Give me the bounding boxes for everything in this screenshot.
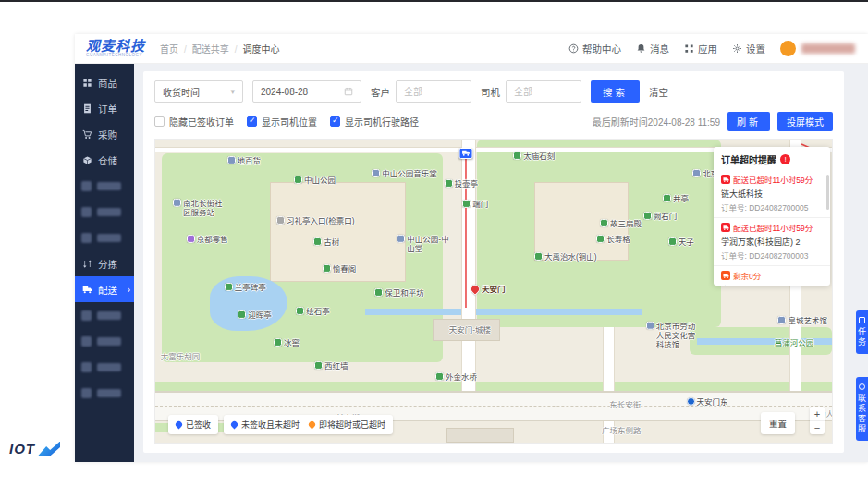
sidebar-item-3[interactable]: 仓储	[75, 147, 134, 173]
breadcrumb-delivery-share[interactable]: 配送共享	[178, 42, 229, 55]
checkbox-icon[interactable]	[154, 116, 165, 127]
app-header: 观麦科技 GUANMAITECHNOLOGY 首页 配送共享 调度中心 帮助中心…	[75, 34, 868, 64]
redacted-icon	[81, 233, 92, 243]
order-item[interactable]: 剩余0分学润万家(科技园店) 2	[714, 265, 830, 286]
order-status: 配送已超时11小时59分	[733, 174, 813, 185]
delivery-alert-icon	[721, 175, 730, 184]
calendar-icon	[344, 87, 353, 96]
red-marker-icon[interactable]	[469, 283, 482, 296]
clear-button[interactable]: 清空	[649, 85, 668, 99]
sidebar-item-redacted[interactable]	[75, 380, 134, 406]
building-poi-icon	[397, 235, 405, 243]
map-canvas[interactable]: 订单超时提醒 配送已超时11小时59分链大纸科技订单号: DD240827000…	[154, 139, 833, 444]
order-status: 剩余0分	[733, 270, 761, 281]
brand-subtitle: GUANMAITECHNOLOGY	[86, 54, 145, 58]
sidebar-item-redacted[interactable]	[75, 199, 134, 225]
driver-input[interactable]	[514, 87, 573, 97]
date-input[interactable]	[261, 87, 320, 97]
map-label-scenic: 故三扇殿	[600, 219, 642, 228]
side-tab-support-label: 联系客服	[856, 394, 868, 434]
customer-label: 客户	[371, 85, 390, 99]
side-tab-tasks[interactable]: 任务	[856, 310, 868, 354]
iot-logo-text: IOT	[9, 441, 35, 456]
checkbox-icon[interactable]	[247, 116, 257, 127]
map-label-park: 菖蒲河公园	[775, 338, 814, 347]
order-customer: 学润万家(科技园店) 2	[721, 236, 823, 248]
map-label-scenic: 绘石亭	[296, 307, 330, 316]
order-panel-header: 订单超时提醒	[714, 147, 830, 170]
reset-view-button[interactable]: 重置	[761, 412, 795, 434]
sidebar-item-0[interactable]: 商品	[75, 69, 134, 95]
scenic-poi-icon	[668, 237, 677, 245]
redacted-label	[97, 311, 121, 320]
redacted-icon	[81, 181, 92, 191]
brand-logo[interactable]: 观麦科技 GUANMAITECHNOLOGY	[86, 39, 145, 58]
grid-icon	[81, 77, 92, 88]
zoom-out-button[interactable]: −	[810, 420, 825, 434]
sidebar-item-redacted[interactable]	[75, 302, 134, 328]
map-label-scenic: 外金水桥	[435, 372, 477, 382]
sidebar-item-redacted[interactable]	[75, 328, 134, 354]
delivery-alert-icon	[721, 271, 730, 280]
nav-apps-button[interactable]: 应用	[684, 42, 717, 55]
checkbox-0[interactable]: 隐藏已签收订单	[154, 115, 234, 128]
sidebar-item-2[interactable]: 采购	[75, 121, 134, 147]
sidebar-item-redacted[interactable]	[75, 173, 134, 199]
map-label-scenic: 迎晖亭	[238, 310, 272, 320]
scrollbar-thumb[interactable]	[826, 175, 829, 210]
nav-help-button[interactable]: 帮助中心	[568, 42, 621, 55]
redacted-label	[97, 363, 121, 371]
building-poi-icon	[227, 156, 236, 164]
tasks-icon	[859, 317, 865, 323]
checkbox-icon[interactable]	[330, 116, 340, 127]
map-label-metro: 天安门东	[687, 397, 728, 407]
nav-gear-button[interactable]: 设置	[732, 42, 765, 55]
sidebar-item-redacted[interactable]	[75, 354, 134, 380]
scenic-poi-icon	[274, 338, 282, 347]
driver-field[interactable]	[506, 80, 581, 103]
checkbox-1[interactable]: 显示司机位置	[247, 115, 317, 128]
scenic-poi-icon	[462, 199, 471, 207]
avatar[interactable]	[780, 41, 796, 56]
iot-logo: IOT	[9, 441, 60, 456]
customer-field[interactable]	[396, 80, 471, 103]
sort-icon	[81, 258, 92, 269]
customer-input[interactable]	[404, 87, 463, 97]
main-content: 收货时间 客户 司机 搜索 清空	[134, 64, 868, 462]
redacted-label	[97, 182, 121, 190]
order-item[interactable]: 配送已超时11小时59分链大纸科技订单号: DD24082700005	[714, 170, 830, 217]
sidebar-item-redacted[interactable]	[75, 225, 134, 250]
user-menu[interactable]	[780, 41, 855, 56]
cast-mode-button[interactable]: 投屏模式	[777, 112, 833, 131]
apps-icon	[684, 43, 694, 54]
search-button[interactable]: 搜索	[591, 80, 640, 103]
map-label-road: 东长安街	[609, 400, 641, 409]
refresh-button[interactable]: 刷新	[727, 112, 770, 131]
date-picker[interactable]	[252, 80, 361, 103]
header-nav: 帮助中心消息应用设置	[568, 42, 765, 55]
legend-item: 已签收	[176, 419, 211, 431]
breadcrumb-home[interactable]: 首页	[160, 42, 178, 55]
sidebar-item-8[interactable]: 配送	[75, 276, 134, 302]
zoom-controls: + −	[810, 407, 825, 434]
scenic-poi-icon	[596, 234, 605, 242]
map-label-entrance: 习礼亭入口(检票口)	[276, 216, 355, 225]
sidebar-item-7[interactable]: 分拣	[75, 250, 134, 276]
truck-icon	[81, 284, 92, 295]
sidebar-menu: 商品订单采购仓储分拣配送	[75, 64, 134, 462]
time-type-select[interactable]: 收货时间	[154, 80, 243, 103]
pin-icon	[308, 420, 317, 430]
order-panel-title: 订单超时提醒	[721, 152, 776, 166]
side-tab-support[interactable]: 联系客服	[856, 377, 868, 441]
nav-bell-button[interactable]: 消息	[636, 42, 669, 55]
map-label-scenic: 冰窖	[274, 338, 300, 347]
checkbox-2[interactable]: 显示司机行驶路径	[330, 115, 419, 128]
headset-icon	[859, 383, 865, 390]
sidebar-item-1[interactable]: 订单	[75, 95, 134, 121]
zoom-in-button[interactable]: +	[810, 407, 825, 420]
order-item[interactable]: 配送已超时11小时59分学润万家(科技园店) 2订单号: DD240827000…	[714, 217, 830, 265]
scenic-poi-icon	[513, 152, 521, 160]
order-customer: 链大纸科技	[721, 188, 823, 200]
order-number: 订单号: DD24082700005	[721, 201, 823, 213]
driver-marker[interactable]	[458, 148, 472, 159]
